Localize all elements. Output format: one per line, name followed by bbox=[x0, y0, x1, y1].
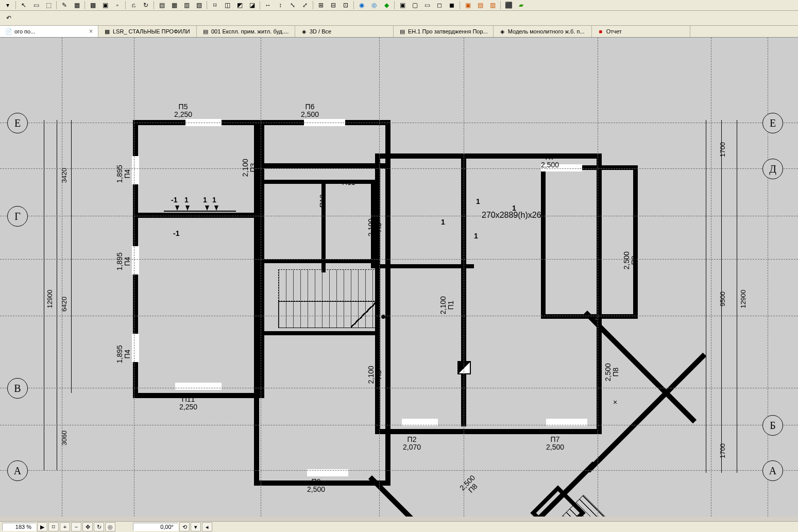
tool-btn[interactable]: ↔ bbox=[262, 0, 274, 10]
lintel-label: 2,100П3 bbox=[367, 218, 382, 236]
tool-btn[interactable]: ↕ bbox=[275, 0, 286, 10]
tool-btn[interactable]: ⬛ bbox=[503, 0, 514, 10]
tool-btn[interactable]: ▥ bbox=[181, 0, 192, 10]
opening bbox=[132, 246, 139, 274]
zoom-in-icon[interactable]: + bbox=[60, 522, 70, 531]
door-symbol-icon bbox=[457, 361, 471, 374]
zoom-value: 183 % bbox=[2, 523, 36, 531]
tool-btn[interactable]: ⟲ bbox=[179, 522, 190, 531]
arrow-icon[interactable]: ↖ bbox=[18, 0, 29, 10]
tool-btn[interactable]: ⤡ bbox=[287, 0, 298, 10]
lintel-label: 2,100П1 bbox=[439, 296, 454, 314]
section-mark: 1 bbox=[474, 232, 478, 240]
grid-line bbox=[134, 38, 134, 517]
document-tab[interactable]: ◈Модель монолитного ж.б. п... bbox=[494, 26, 592, 37]
grid-line bbox=[379, 38, 380, 517]
dim-line bbox=[57, 120, 57, 470]
lintel-label: П22,070 bbox=[403, 436, 421, 451]
tool-btn[interactable]: ⬚ bbox=[43, 0, 54, 10]
tool-btn[interactable]: ✎ bbox=[59, 0, 70, 10]
tool-btn[interactable]: ↻ bbox=[140, 0, 151, 10]
zoom-fit-icon[interactable]: ⌑ bbox=[48, 522, 59, 531]
document-tab[interactable]: ◈3D / Все bbox=[295, 26, 394, 37]
document-tab[interactable]: ■Отчет bbox=[592, 26, 690, 37]
refresh-icon[interactable]: ↻ bbox=[94, 522, 104, 531]
tool-btn[interactable]: ▥ bbox=[487, 0, 498, 10]
zoom-out-icon[interactable]: − bbox=[71, 522, 81, 531]
tool-btn[interactable]: ⌑ bbox=[209, 0, 220, 10]
tab-icon: ▤ bbox=[202, 28, 209, 35]
tool-btn[interactable]: ▫ bbox=[112, 0, 123, 10]
tab-icon: ◈ bbox=[300, 28, 308, 35]
section-mark: 1 bbox=[512, 204, 516, 212]
tool-btn[interactable]: ▭ bbox=[421, 0, 433, 10]
arrow-icon bbox=[214, 205, 218, 211]
grid-line bbox=[768, 38, 768, 517]
drawing-canvas[interactable]: × П11 270x2889(h)x260 ЕГВАЕДБА3420642030… bbox=[0, 38, 798, 517]
status-bar: 183 % ▶ ⌑ + − ✥ ↻ ◎ 0,00° ⟲ ▾ ◂ bbox=[0, 521, 798, 532]
lintel-label: 1,895П4 bbox=[116, 252, 131, 270]
tool-btn[interactable]: ◪ bbox=[246, 0, 258, 10]
grid-line bbox=[0, 425, 798, 425]
document-tab[interactable]: ▦LSR_ СТАЛЬНЫЕ ПРОФИЛИ bbox=[98, 26, 197, 37]
dim-text: 6420 bbox=[60, 297, 68, 312]
wall bbox=[138, 213, 257, 218]
tool-btn[interactable]: ▾ bbox=[2, 0, 13, 10]
tool-btn[interactable]: ▦ bbox=[71, 0, 82, 10]
close-icon[interactable]: × bbox=[89, 28, 93, 35]
dim-text: 12900 bbox=[739, 289, 747, 308]
tool-btn[interactable]: ◎ bbox=[368, 0, 380, 10]
arrow-icon bbox=[175, 205, 179, 211]
section-mark: 1 bbox=[184, 196, 189, 204]
lintel-label: 2,500П8 bbox=[604, 363, 619, 381]
tool-btn[interactable]: ▰ bbox=[515, 0, 527, 10]
tool-btn[interactable]: ◎ bbox=[105, 522, 115, 531]
zoom-play-icon[interactable]: ▶ bbox=[37, 522, 47, 531]
tool-btn[interactable]: ⊞ bbox=[315, 0, 327, 10]
tool-btn[interactable]: ◫ bbox=[222, 0, 233, 10]
tool-btn[interactable]: ◆ bbox=[381, 0, 392, 10]
tool-btn[interactable]: ⊟ bbox=[328, 0, 339, 10]
tool-btn[interactable]: ▩ bbox=[87, 0, 98, 10]
wall bbox=[259, 180, 378, 184]
tool-btn[interactable]: ▢ bbox=[409, 0, 420, 10]
document-tab[interactable]: ▤ЕН.1 Про затвердження Пор... bbox=[394, 26, 494, 37]
tool-btn[interactable]: ▣ bbox=[99, 0, 111, 10]
lintel-label: П52,250 bbox=[174, 103, 192, 118]
pan-icon[interactable]: ✥ bbox=[82, 522, 93, 531]
section-mark: 1 bbox=[476, 197, 480, 205]
lintel-label: П11 bbox=[342, 179, 355, 186]
angle-value: 0,00° bbox=[133, 523, 178, 531]
tool-btn[interactable]: ▤ bbox=[474, 0, 486, 10]
section-mark: -1 bbox=[173, 229, 179, 237]
dim-line bbox=[706, 120, 706, 473]
tab-icon: 📄 bbox=[5, 28, 12, 35]
tool-btn[interactable]: ◉ bbox=[356, 0, 367, 10]
dim-line bbox=[71, 120, 72, 393]
tab-label: 001 Експл. прим. житл. буд.... bbox=[211, 28, 288, 35]
lintel-label: П112,250 bbox=[179, 396, 197, 410]
tool-btn[interactable]: ◂ bbox=[202, 522, 212, 531]
tool-btn[interactable]: ▾ bbox=[191, 522, 201, 531]
back-icon[interactable]: ↶ bbox=[2, 11, 15, 25]
tool-btn[interactable]: ⎌ bbox=[128, 0, 139, 10]
tool-btn[interactable]: ▣ bbox=[397, 0, 408, 10]
tool-btn[interactable]: ▦ bbox=[168, 0, 180, 10]
tool-btn[interactable]: ◩ bbox=[234, 0, 245, 10]
tool-btn[interactable]: ◼ bbox=[446, 0, 457, 10]
tool-btn[interactable]: ▧ bbox=[193, 0, 205, 10]
tool-btn[interactable]: ⤢ bbox=[299, 0, 311, 10]
tool-btn[interactable]: ▭ bbox=[30, 0, 42, 10]
tool-btn[interactable]: ⊡ bbox=[340, 0, 351, 10]
tab-label: ЕН.1 Про затвердження Пор... bbox=[408, 28, 488, 35]
dim-line bbox=[737, 120, 737, 473]
tool-btn[interactable]: ◻ bbox=[434, 0, 445, 10]
tab-icon: ▤ bbox=[399, 28, 406, 35]
tab-icon: ■ bbox=[597, 28, 604, 35]
tool-btn[interactable]: ▤ bbox=[156, 0, 167, 10]
document-tab[interactable]: ▤001 Експл. прим. житл. буд.... bbox=[197, 26, 295, 37]
tool-btn[interactable]: ▣ bbox=[462, 0, 473, 10]
axis-mark: Д bbox=[762, 159, 783, 179]
document-tab[interactable]: 📄ого по...× bbox=[0, 26, 98, 37]
dim-text: 3420 bbox=[60, 168, 68, 183]
